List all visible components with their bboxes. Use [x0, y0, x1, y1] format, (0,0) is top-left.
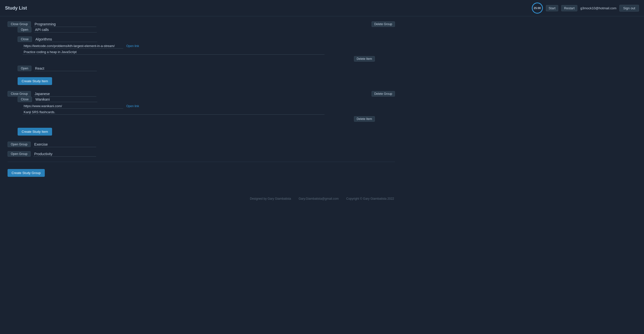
user-email: g3mock10@hotmail.com: [580, 6, 616, 10]
timer-display: 25:00: [532, 3, 543, 14]
open-link-wanikani-button[interactable]: Open link: [126, 104, 139, 108]
group-header-exercise: Open Group: [8, 142, 395, 147]
delete-algorithms-button[interactable]: Delete Item: [354, 56, 375, 62]
item-header-wanikani: Close: [18, 97, 395, 102]
create-study-item-programming-button[interactable]: Create Study Item: [18, 77, 52, 85]
group-items-programming: Open Close Open link Delete I: [18, 27, 395, 87]
item-actions-algorithms: Delete Item: [23, 56, 375, 62]
signout-button[interactable]: Sign out: [619, 5, 639, 12]
item-name-algorithms[interactable]: [34, 37, 97, 42]
item-link-wanikani[interactable]: [23, 104, 123, 109]
item-details-wanikani: Open link Delete Item: [23, 104, 395, 122]
group-header-productivity: Open Group: [8, 151, 395, 157]
toggle-exercise-button[interactable]: Open Group: [8, 142, 31, 147]
create-study-item-japanese-button[interactable]: Create Study Item: [18, 128, 52, 136]
footer-copyright: Copyright © Gary Giambatista 2022: [346, 197, 394, 200]
delete-wanikani-button[interactable]: Delete Item: [354, 116, 375, 122]
group-header-japanese: Close Group Delete Group: [8, 91, 395, 97]
toggle-productivity-button[interactable]: Open Group: [8, 151, 31, 157]
group-name-exercise[interactable]: [33, 142, 96, 147]
page-title: Study List: [5, 6, 27, 11]
item-name-react[interactable]: [34, 66, 97, 71]
header-controls: 25:00 Start Restart g3mock10@hotmail.com…: [532, 3, 639, 14]
group-header-left-productivity: Open Group: [8, 151, 96, 157]
header: Study List 25:00 Start Restart g3mock10@…: [0, 0, 644, 16]
restart-button[interactable]: Restart: [561, 5, 577, 11]
group-header-left-exercise: Open Group: [8, 142, 96, 147]
item-react: Open: [18, 66, 395, 71]
group-name-programming[interactable]: [33, 22, 96, 27]
group-name-japanese[interactable]: [33, 91, 96, 97]
item-wanikani: Close Open link Delete Item: [18, 97, 395, 122]
item-details-algorithms: Open link Delete Item: [23, 44, 395, 62]
item-actions-wanikani: Delete Item: [23, 116, 375, 122]
item-link-algorithms[interactable]: [23, 44, 123, 49]
item-algorithms: Close Open link Delete Item: [18, 36, 395, 62]
create-study-group-button[interactable]: Create Study Group: [8, 169, 45, 177]
item-link-row-algorithms: Open link: [23, 44, 395, 49]
start-button[interactable]: Start: [546, 5, 558, 11]
delete-programming-button[interactable]: Delete Group: [372, 21, 395, 27]
item-header-api-calls: Open: [18, 27, 395, 32]
main-divider: [8, 162, 395, 162]
item-name-api-calls[interactable]: [34, 27, 97, 32]
delete-japanese-button[interactable]: Delete Group: [372, 91, 395, 97]
toggle-programming-button[interactable]: Close Group: [8, 21, 31, 27]
group-programming: Close Group Delete Group Open Close: [8, 21, 395, 87]
toggle-algorithms-button[interactable]: Close: [18, 36, 32, 42]
group-japanese: Close Group Delete Group Close Open link: [8, 91, 395, 138]
footer-designed-by: Designed by Gary Giambatista: [250, 197, 291, 200]
toggle-api-calls-button[interactable]: Open: [18, 27, 31, 32]
group-items-japanese: Close Open link Delete Item Create Study…: [18, 97, 395, 138]
main-content: Close Group Delete Group Open Close: [0, 16, 403, 187]
item-header-react: Open: [18, 66, 395, 71]
group-exercise: Open Group: [8, 142, 395, 147]
group-header-left-programming: Close Group: [8, 21, 96, 27]
group-name-productivity[interactable]: [33, 151, 96, 157]
group-productivity: Open Group: [8, 151, 395, 157]
item-notes-wanikani[interactable]: [23, 110, 325, 115]
open-link-algorithms-button[interactable]: Open link: [126, 44, 139, 48]
footer: Designed by Gary Giambatista Gary.Giamba…: [0, 192, 644, 205]
footer-email: Gary.Giambatista@gmail.com: [299, 197, 339, 200]
toggle-react-button[interactable]: Open: [18, 66, 31, 71]
item-link-row-wanikani: Open link: [23, 104, 395, 109]
toggle-japanese-button[interactable]: Close Group: [8, 91, 31, 97]
item-name-wanikani[interactable]: [34, 97, 97, 102]
group-header-programming: Close Group Delete Group: [8, 21, 395, 27]
toggle-wanikani-button[interactable]: Close: [18, 97, 32, 102]
item-notes-algorithms[interactable]: [23, 50, 325, 55]
item-api-calls: Open: [18, 27, 395, 32]
group-header-left-japanese: Close Group: [8, 91, 96, 97]
item-header-algorithms: Close: [18, 36, 395, 42]
